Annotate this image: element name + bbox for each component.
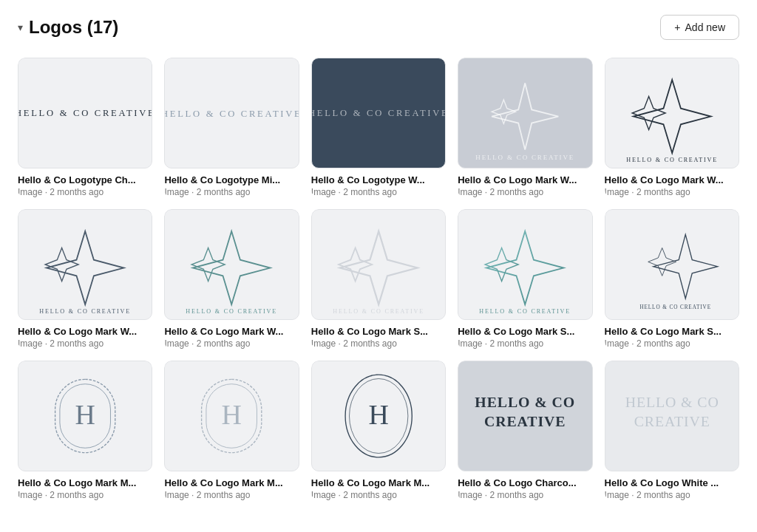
title-area: ▾ Logos (17): [18, 17, 118, 38]
card-meta: Image · 2 months ago: [164, 338, 299, 349]
card-thumbnail: HELLO & CO CREATIVE: [605, 58, 739, 168]
plus-icon: +: [674, 21, 680, 33]
card-thumbnail: H: [311, 361, 446, 471]
card-thumbnail: H: [164, 361, 299, 471]
card-thumbnail: HELLO & CO CREATIVE: [164, 209, 299, 320]
svg-text:HELLO & CO: HELLO & CO: [625, 394, 719, 410]
card-thumbnail: HELLO & CO CREATIVE: [18, 209, 152, 320]
card-meta: Image · 2 months ago: [164, 187, 299, 197]
card-name: Hello & Co Logo Mark W...: [605, 174, 739, 185]
svg-text:HELLO & CO CREATIVE: HELLO & CO CREATIVE: [39, 308, 131, 315]
card-thumbnail: HELLO & CO CREATIVE: [164, 58, 299, 168]
card-name: Hello & Co Logo Mark M...: [311, 477, 446, 488]
list-item[interactable]: HELLO & CO CREATIVE Hello & Co Logo Mark…: [458, 209, 592, 349]
card-name: Hello & Co Logo Mark W...: [164, 326, 299, 337]
svg-text:HELLO & CO CREATIVE: HELLO & CO CREATIVE: [476, 154, 575, 161]
list-item[interactable]: HELLO & CO CREATIVE Hello & Co Logo Mark…: [458, 58, 592, 197]
list-item[interactable]: HELLO & CO CREATIVE Hello & Co Logotype …: [18, 58, 152, 197]
logos-grid: HELLO & CO CREATIVE Hello & Co Logotype …: [18, 58, 739, 500]
svg-text:HELLO & CO CREATIVE: HELLO & CO CREATIVE: [18, 109, 152, 119]
list-item[interactable]: HELLO & CO CREATIVE Hello & Co Logo Mark…: [164, 209, 299, 349]
list-item[interactable]: HELLO & CO CREATIVE Hello & Co Logo Mark…: [605, 58, 739, 197]
list-item[interactable]: HELLO & CO CREATIVE Hello & Co Logotype …: [164, 58, 299, 197]
card-name: Hello & Co Logo Mark S...: [605, 326, 739, 337]
svg-text:HELLO & CO CREATIVE: HELLO & CO CREATIVE: [165, 109, 298, 119]
add-new-label: Add new: [685, 21, 725, 33]
card-name: Hello & Co Logotype Ch...: [18, 174, 152, 185]
svg-text:HELLO & CO CREATIVE: HELLO & CO CREATIVE: [312, 109, 445, 119]
card-name: Hello & Co Logo Charco...: [458, 477, 592, 488]
card-meta: Image · 2 months ago: [18, 490, 152, 500]
card-thumbnail: HELLO & CO CREATIVE: [605, 361, 739, 471]
card-meta: Image · 2 months ago: [605, 338, 739, 349]
svg-text:H: H: [222, 399, 242, 430]
page-header: ▾ Logos (17) + Add new: [18, 15, 739, 40]
card-meta: Image · 2 months ago: [164, 490, 299, 500]
card-name: Hello & Co Logotype W...: [311, 174, 446, 185]
card-meta: Image · 2 months ago: [311, 490, 446, 500]
svg-text:HELLO & CO CREATIVE: HELLO & CO CREATIVE: [186, 308, 278, 315]
list-item[interactable]: HELLO & CO CREATIVE Hello & Co Logo Mark…: [311, 209, 446, 349]
card-thumbnail: HELLO & CO CREATIVE: [458, 209, 592, 320]
list-item[interactable]: HELLO & CO CREATIVE Hello & Co Logo Mark…: [605, 209, 739, 349]
card-thumbnail: HELLO & CO CREATIVE: [458, 361, 592, 471]
add-new-button[interactable]: + Add new: [660, 15, 739, 40]
card-thumbnail: HELLO & CO CREATIVE: [605, 209, 739, 320]
card-name: Hello & Co Logo Mark W...: [458, 174, 592, 185]
card-meta: Image · 2 months ago: [311, 187, 446, 197]
list-item[interactable]: H Hello & Co Logo Mark M... Image · 2 mo…: [18, 361, 152, 500]
card-meta: Image · 2 months ago: [605, 187, 739, 197]
list-item[interactable]: H Hello & Co Logo Mark M... Image · 2 mo…: [311, 361, 446, 500]
list-item[interactable]: HELLO & CO CREATIVE Hello & Co Logo Whit…: [605, 361, 739, 500]
svg-text:HELLO & CO CREATIVE: HELLO & CO CREATIVE: [480, 308, 571, 315]
svg-text:H: H: [75, 399, 95, 430]
svg-text:HELLO & CO CREATIVE: HELLO & CO CREATIVE: [639, 304, 711, 310]
list-item[interactable]: HELLO & CO CREATIVE Hello & Co Logotype …: [311, 58, 446, 197]
card-meta: Image · 2 months ago: [18, 187, 152, 197]
card-name: Hello & Co Logo Mark M...: [164, 477, 299, 488]
card-name: Hello & Co Logo Mark S...: [458, 326, 592, 337]
svg-text:HELLO & CO: HELLO & CO: [475, 394, 576, 410]
card-name: Hello & Co Logo Mark W...: [18, 326, 152, 337]
card-name: Hello & Co Logo Mark M...: [18, 477, 152, 488]
card-meta: Image · 2 months ago: [311, 338, 446, 349]
svg-text:HELLO & CO CREATIVE: HELLO & CO CREATIVE: [626, 157, 718, 163]
card-thumbnail: HELLO & CO CREATIVE: [458, 58, 592, 168]
card-meta: Image · 2 months ago: [605, 490, 739, 500]
card-meta: Image · 2 months ago: [458, 338, 592, 349]
card-thumbnail: H: [18, 361, 152, 471]
list-item[interactable]: HELLO & CO CREATIVE Hello & Co Logo Char…: [458, 361, 592, 500]
card-name: Hello & Co Logotype Mi...: [164, 174, 299, 185]
list-item[interactable]: HELLO & CO CREATIVE Hello & Co Logo Mark…: [18, 209, 152, 349]
svg-text:H: H: [368, 399, 388, 430]
svg-text:HELLO & CO CREATIVE: HELLO & CO CREATIVE: [333, 308, 424, 315]
card-thumbnail: HELLO & CO CREATIVE: [18, 58, 152, 168]
svg-text:CREATIVE: CREATIVE: [634, 413, 710, 429]
svg-text:CREATIVE: CREATIVE: [484, 413, 566, 429]
card-thumbnail: HELLO & CO CREATIVE: [311, 209, 446, 320]
page-title: Logos (17): [29, 17, 118, 38]
chevron-down-icon[interactable]: ▾: [18, 21, 23, 33]
card-meta: Image · 2 months ago: [458, 490, 592, 500]
list-item[interactable]: H Hello & Co Logo Mark M... Image · 2 mo…: [164, 361, 299, 500]
card-name: Hello & Co Logo Mark S...: [311, 326, 446, 337]
card-thumbnail: HELLO & CO CREATIVE: [311, 58, 446, 168]
card-name: Hello & Co Logo White ...: [605, 477, 739, 488]
card-meta: Image · 2 months ago: [458, 187, 592, 197]
card-meta: Image · 2 months ago: [18, 338, 152, 349]
